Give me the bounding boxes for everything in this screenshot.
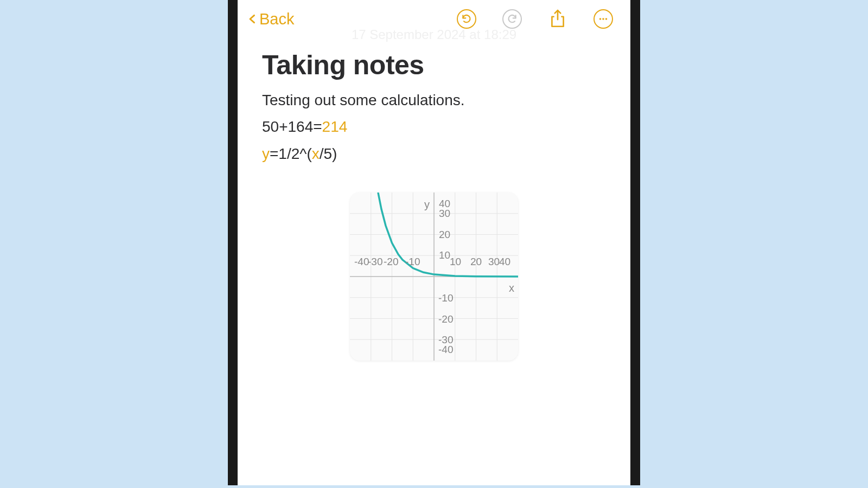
share-icon: [550, 9, 566, 29]
x-tick: 10: [450, 256, 461, 267]
y-tick: -10: [438, 292, 453, 304]
x-tick: -30: [368, 256, 382, 267]
y-tick: -40: [438, 344, 453, 355]
note-content[interactable]: Taking notes Testing out some calculatio…: [238, 35, 630, 361]
equation-y: y: [262, 145, 270, 162]
note-title: Taking notes: [262, 49, 606, 81]
x-tick: -40: [354, 256, 369, 267]
chevron-left-icon: [247, 14, 258, 24]
x-tick: -10: [405, 256, 420, 267]
x-axis-label: x: [509, 282, 514, 294]
back-label: Back: [259, 10, 294, 28]
undo-button[interactable]: [456, 8, 477, 30]
app-screen: Back: [238, 0, 630, 485]
x-tick: 30: [488, 256, 500, 267]
share-button[interactable]: [547, 8, 569, 30]
svg-point-0: [599, 18, 602, 20]
y-tick: 20: [439, 229, 450, 240]
y-tick: 30: [439, 208, 450, 219]
equation-mid: =1/2^(: [270, 145, 312, 162]
device-frame: Back: [228, 0, 640, 485]
y-tick: 10: [439, 249, 450, 261]
x-tick: 40: [499, 256, 510, 267]
more-icon: [593, 9, 613, 29]
x-tick: -20: [384, 256, 398, 267]
more-button[interactable]: [592, 8, 614, 30]
y-tick: -20: [438, 313, 453, 325]
chart-svg: 40 30 20 10 -10 -20 -30 -40 -40 -30 -20 …: [350, 192, 518, 361]
redo-icon: [502, 9, 522, 29]
redo-button[interactable]: [501, 8, 523, 30]
note-body: Testing out some calculations. 50+164=21…: [262, 88, 606, 165]
equation-x: x: [312, 145, 320, 162]
function-chart[interactable]: 40 30 20 10 -10 -20 -30 -40 -40 -30 -20 …: [350, 192, 518, 361]
svg-point-1: [602, 18, 604, 20]
calc-result: 214: [322, 118, 348, 135]
note-line: Testing out some calculations.: [262, 88, 606, 112]
calculation-line: 50+164=214: [262, 115, 606, 138]
svg-point-2: [605, 18, 608, 20]
x-tick: 20: [470, 256, 482, 267]
equation-end: /5): [320, 145, 337, 162]
equation-line: y=1/2^(x/5): [262, 142, 606, 165]
y-axis-label: y: [424, 198, 430, 210]
undo-icon: [457, 9, 476, 29]
toolbar: Back: [238, 0, 630, 35]
calc-expression: 50+164=: [262, 118, 322, 135]
back-button[interactable]: Back: [247, 10, 294, 28]
